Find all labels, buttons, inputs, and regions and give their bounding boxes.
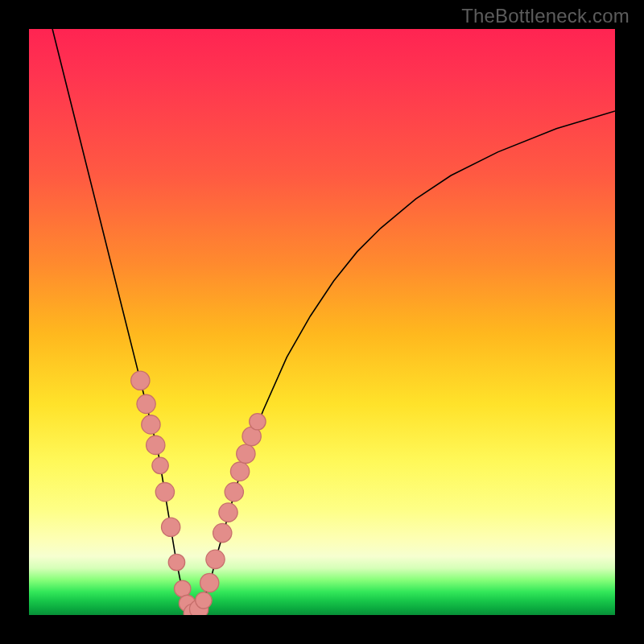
curve-marker: [213, 523, 232, 542]
chart-stage: TheBottleneck.com: [0, 0, 644, 644]
watermark-text: TheBottleneck.com: [461, 5, 630, 27]
curve-marker: [152, 457, 168, 473]
curve-marker: [175, 580, 191, 597]
curve-layer: [29, 29, 615, 615]
curve-marker: [137, 394, 155, 413]
marker-group: [131, 371, 266, 615]
curve-marker: [237, 444, 255, 463]
curve-marker: [155, 482, 174, 501]
plot-area: [29, 29, 615, 615]
curve-marker: [168, 554, 184, 570]
curve-marker: [147, 436, 165, 454]
curve-marker: [200, 573, 219, 592]
curve-marker: [225, 482, 243, 501]
curve-marker: [230, 462, 249, 481]
curve-marker: [250, 414, 266, 430]
curve-marker: [142, 415, 160, 434]
curve-marker: [196, 592, 212, 609]
bottleneck-curve: [52, 29, 615, 615]
curve-marker: [206, 550, 225, 568]
curve-marker: [219, 503, 237, 522]
curve-marker: [131, 371, 150, 390]
curve-marker: [162, 518, 180, 536]
